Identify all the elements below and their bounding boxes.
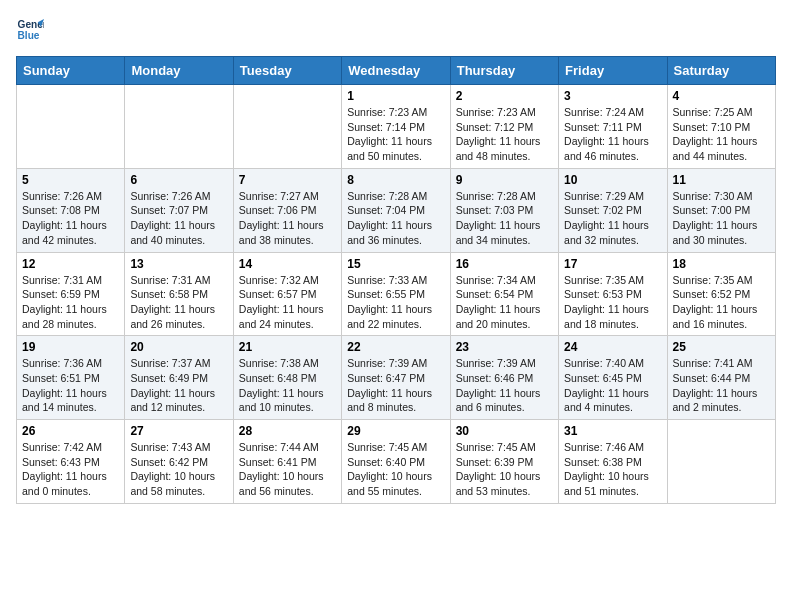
day-info: Sunrise: 7:33 AM Sunset: 6:55 PM Dayligh… (347, 273, 444, 332)
day-info: Sunrise: 7:45 AM Sunset: 6:40 PM Dayligh… (347, 440, 444, 499)
calendar-cell: 24Sunrise: 7:40 AM Sunset: 6:45 PM Dayli… (559, 336, 667, 420)
day-info: Sunrise: 7:40 AM Sunset: 6:45 PM Dayligh… (564, 356, 661, 415)
day-info: Sunrise: 7:41 AM Sunset: 6:44 PM Dayligh… (673, 356, 770, 415)
day-info: Sunrise: 7:39 AM Sunset: 6:46 PM Dayligh… (456, 356, 553, 415)
calendar-cell: 19Sunrise: 7:36 AM Sunset: 6:51 PM Dayli… (17, 336, 125, 420)
day-number: 14 (239, 257, 336, 271)
day-number: 10 (564, 173, 661, 187)
day-info: Sunrise: 7:36 AM Sunset: 6:51 PM Dayligh… (22, 356, 119, 415)
calendar-cell (667, 420, 775, 504)
calendar-cell: 31Sunrise: 7:46 AM Sunset: 6:38 PM Dayli… (559, 420, 667, 504)
calendar-cell: 4Sunrise: 7:25 AM Sunset: 7:10 PM Daylig… (667, 85, 775, 169)
calendar-cell (17, 85, 125, 169)
day-number: 29 (347, 424, 444, 438)
day-info: Sunrise: 7:35 AM Sunset: 6:52 PM Dayligh… (673, 273, 770, 332)
day-info: Sunrise: 7:43 AM Sunset: 6:42 PM Dayligh… (130, 440, 227, 499)
day-number: 25 (673, 340, 770, 354)
day-number: 6 (130, 173, 227, 187)
day-number: 30 (456, 424, 553, 438)
calendar-cell: 1Sunrise: 7:23 AM Sunset: 7:14 PM Daylig… (342, 85, 450, 169)
day-number: 22 (347, 340, 444, 354)
day-number: 24 (564, 340, 661, 354)
calendar-cell: 14Sunrise: 7:32 AM Sunset: 6:57 PM Dayli… (233, 252, 341, 336)
day-info: Sunrise: 7:38 AM Sunset: 6:48 PM Dayligh… (239, 356, 336, 415)
calendar-cell: 27Sunrise: 7:43 AM Sunset: 6:42 PM Dayli… (125, 420, 233, 504)
calendar-week-row: 12Sunrise: 7:31 AM Sunset: 6:59 PM Dayli… (17, 252, 776, 336)
day-number: 9 (456, 173, 553, 187)
day-number: 18 (673, 257, 770, 271)
calendar-cell: 28Sunrise: 7:44 AM Sunset: 6:41 PM Dayli… (233, 420, 341, 504)
day-info: Sunrise: 7:32 AM Sunset: 6:57 PM Dayligh… (239, 273, 336, 332)
day-number: 1 (347, 89, 444, 103)
calendar-cell: 15Sunrise: 7:33 AM Sunset: 6:55 PM Dayli… (342, 252, 450, 336)
day-info: Sunrise: 7:24 AM Sunset: 7:11 PM Dayligh… (564, 105, 661, 164)
col-header-friday: Friday (559, 57, 667, 85)
day-number: 4 (673, 89, 770, 103)
day-info: Sunrise: 7:44 AM Sunset: 6:41 PM Dayligh… (239, 440, 336, 499)
day-info: Sunrise: 7:26 AM Sunset: 7:07 PM Dayligh… (130, 189, 227, 248)
calendar-cell: 5Sunrise: 7:26 AM Sunset: 7:08 PM Daylig… (17, 168, 125, 252)
day-number: 11 (673, 173, 770, 187)
calendar-cell: 25Sunrise: 7:41 AM Sunset: 6:44 PM Dayli… (667, 336, 775, 420)
day-number: 20 (130, 340, 227, 354)
day-number: 3 (564, 89, 661, 103)
calendar-cell: 22Sunrise: 7:39 AM Sunset: 6:47 PM Dayli… (342, 336, 450, 420)
calendar-cell: 23Sunrise: 7:39 AM Sunset: 6:46 PM Dayli… (450, 336, 558, 420)
calendar-cell (233, 85, 341, 169)
calendar-cell: 3Sunrise: 7:24 AM Sunset: 7:11 PM Daylig… (559, 85, 667, 169)
day-info: Sunrise: 7:30 AM Sunset: 7:00 PM Dayligh… (673, 189, 770, 248)
day-number: 31 (564, 424, 661, 438)
calendar-cell: 18Sunrise: 7:35 AM Sunset: 6:52 PM Dayli… (667, 252, 775, 336)
calendar-cell: 30Sunrise: 7:45 AM Sunset: 6:39 PM Dayli… (450, 420, 558, 504)
calendar-week-row: 26Sunrise: 7:42 AM Sunset: 6:43 PM Dayli… (17, 420, 776, 504)
svg-text:Blue: Blue (18, 30, 40, 41)
calendar-cell: 16Sunrise: 7:34 AM Sunset: 6:54 PM Dayli… (450, 252, 558, 336)
day-number: 5 (22, 173, 119, 187)
calendar-cell: 7Sunrise: 7:27 AM Sunset: 7:06 PM Daylig… (233, 168, 341, 252)
calendar-cell: 21Sunrise: 7:38 AM Sunset: 6:48 PM Dayli… (233, 336, 341, 420)
col-header-saturday: Saturday (667, 57, 775, 85)
day-number: 2 (456, 89, 553, 103)
day-number: 17 (564, 257, 661, 271)
day-info: Sunrise: 7:37 AM Sunset: 6:49 PM Dayligh… (130, 356, 227, 415)
day-info: Sunrise: 7:25 AM Sunset: 7:10 PM Dayligh… (673, 105, 770, 164)
calendar-cell: 9Sunrise: 7:28 AM Sunset: 7:03 PM Daylig… (450, 168, 558, 252)
col-header-monday: Monday (125, 57, 233, 85)
day-info: Sunrise: 7:34 AM Sunset: 6:54 PM Dayligh… (456, 273, 553, 332)
day-number: 8 (347, 173, 444, 187)
logo-icon: General Blue (16, 16, 44, 44)
col-header-thursday: Thursday (450, 57, 558, 85)
day-number: 28 (239, 424, 336, 438)
day-number: 26 (22, 424, 119, 438)
day-number: 13 (130, 257, 227, 271)
calendar-cell: 12Sunrise: 7:31 AM Sunset: 6:59 PM Dayli… (17, 252, 125, 336)
day-info: Sunrise: 7:26 AM Sunset: 7:08 PM Dayligh… (22, 189, 119, 248)
day-info: Sunrise: 7:39 AM Sunset: 6:47 PM Dayligh… (347, 356, 444, 415)
page-header: General Blue (16, 16, 776, 44)
day-number: 19 (22, 340, 119, 354)
day-info: Sunrise: 7:27 AM Sunset: 7:06 PM Dayligh… (239, 189, 336, 248)
day-info: Sunrise: 7:28 AM Sunset: 7:04 PM Dayligh… (347, 189, 444, 248)
col-header-sunday: Sunday (17, 57, 125, 85)
day-info: Sunrise: 7:28 AM Sunset: 7:03 PM Dayligh… (456, 189, 553, 248)
col-header-tuesday: Tuesday (233, 57, 341, 85)
calendar-week-row: 19Sunrise: 7:36 AM Sunset: 6:51 PM Dayli… (17, 336, 776, 420)
day-info: Sunrise: 7:35 AM Sunset: 6:53 PM Dayligh… (564, 273, 661, 332)
calendar-cell: 8Sunrise: 7:28 AM Sunset: 7:04 PM Daylig… (342, 168, 450, 252)
calendar-cell: 17Sunrise: 7:35 AM Sunset: 6:53 PM Dayli… (559, 252, 667, 336)
day-info: Sunrise: 7:45 AM Sunset: 6:39 PM Dayligh… (456, 440, 553, 499)
calendar-week-row: 1Sunrise: 7:23 AM Sunset: 7:14 PM Daylig… (17, 85, 776, 169)
day-number: 23 (456, 340, 553, 354)
calendar-cell: 13Sunrise: 7:31 AM Sunset: 6:58 PM Dayli… (125, 252, 233, 336)
day-number: 15 (347, 257, 444, 271)
day-info: Sunrise: 7:46 AM Sunset: 6:38 PM Dayligh… (564, 440, 661, 499)
calendar-cell: 29Sunrise: 7:45 AM Sunset: 6:40 PM Dayli… (342, 420, 450, 504)
day-info: Sunrise: 7:31 AM Sunset: 6:58 PM Dayligh… (130, 273, 227, 332)
calendar-header-row: SundayMondayTuesdayWednesdayThursdayFrid… (17, 57, 776, 85)
calendar-cell (125, 85, 233, 169)
day-number: 16 (456, 257, 553, 271)
day-info: Sunrise: 7:23 AM Sunset: 7:14 PM Dayligh… (347, 105, 444, 164)
calendar-cell: 11Sunrise: 7:30 AM Sunset: 7:00 PM Dayli… (667, 168, 775, 252)
calendar-table: SundayMondayTuesdayWednesdayThursdayFrid… (16, 56, 776, 504)
calendar-cell: 2Sunrise: 7:23 AM Sunset: 7:12 PM Daylig… (450, 85, 558, 169)
